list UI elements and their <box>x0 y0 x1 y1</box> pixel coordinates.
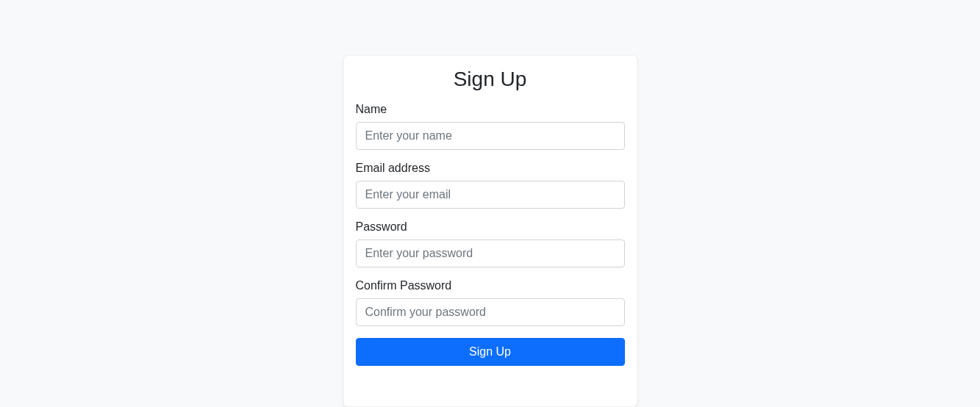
form-title: Sign Up <box>356 68 625 91</box>
confirm-password-input[interactable] <box>356 298 625 326</box>
confirm-password-label: Confirm Password <box>356 279 625 292</box>
name-group: Name <box>356 103 625 150</box>
password-label: Password <box>356 220 625 234</box>
name-input[interactable] <box>356 122 625 150</box>
password-group: Password <box>356 220 625 267</box>
signup-form: Name Email address Password Confirm Pass… <box>356 103 625 366</box>
email-input[interactable] <box>356 181 625 209</box>
signup-card: Sign Up Name Email address Password Conf… <box>343 55 637 407</box>
name-label: Name <box>356 103 625 116</box>
password-input[interactable] <box>356 239 625 267</box>
email-group: Email address <box>356 162 625 209</box>
signup-button[interactable]: Sign Up <box>356 338 625 366</box>
email-label: Email address <box>356 162 625 175</box>
confirm-password-group: Confirm Password <box>356 279 625 326</box>
